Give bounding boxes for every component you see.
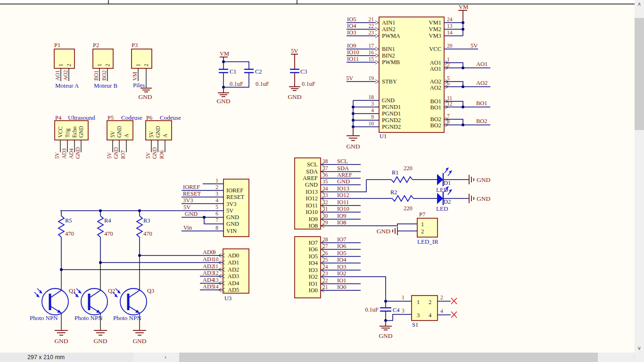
- horizontal-scrollbar[interactable]: 297 x 210 mm ‹ ›: [0, 353, 644, 362]
- svg-text:Trig: Trig: [65, 128, 71, 138]
- svg-text:IO9: IO9: [309, 216, 318, 222]
- vertical-scroll-thumb[interactable]: [635, 18, 644, 130]
- horizontal-scroll-thumb[interactable]: [179, 353, 598, 362]
- svg-text:SCL: SCL: [337, 158, 348, 165]
- svg-text:IO9: IO9: [337, 213, 346, 219]
- svg-text:AIN2: AIN2: [382, 26, 395, 33]
- svg-text:IO6: IO6: [337, 243, 346, 249]
- svg-text:GND: GND: [477, 195, 490, 202]
- svg-text:29: 29: [322, 220, 328, 225]
- svg-text:8: 8: [447, 119, 450, 124]
- svg-text:IO13: IO13: [305, 189, 318, 195]
- scroll-down-button[interactable]: ∨: [635, 344, 644, 353]
- svg-text:IO12: IO12: [337, 192, 349, 198]
- svg-text:13: 13: [213, 277, 219, 283]
- value-r3: 470: [143, 230, 152, 237]
- svg-text:38: 38: [322, 158, 328, 164]
- ref-p2: P2: [93, 42, 99, 49]
- svg-text:IO11: IO11: [347, 56, 359, 62]
- svg-text:5V: 5V: [226, 207, 233, 214]
- svg-text:GND: GND: [346, 143, 360, 150]
- svg-text:BIN2: BIN2: [382, 52, 395, 59]
- svg-text:22: 22: [369, 23, 374, 29]
- ref-d1: D1: [444, 180, 451, 186]
- svg-text:GND: GND: [155, 126, 161, 138]
- svg-text:IOREF: IOREF: [226, 187, 243, 194]
- svg-text:AD5: AD5: [203, 283, 214, 290]
- svg-text:BO1: BO1: [430, 98, 441, 105]
- svg-text:4: 4: [371, 107, 374, 113]
- svg-text:23: 23: [322, 271, 328, 276]
- svg-text:Echo: Echo: [72, 126, 77, 138]
- svg-text:11: 11: [213, 263, 218, 269]
- vertical-scrollbar[interactable]: ∧ ∨: [635, 0, 644, 353]
- svg-text:4: 4: [215, 197, 218, 203]
- value-r5: 470: [65, 230, 74, 237]
- svg-text:17: 17: [369, 43, 374, 49]
- svg-text:3: 3: [402, 308, 405, 313]
- svg-text:AD4: AD4: [68, 148, 74, 159]
- p1-pin1: 1: [58, 64, 64, 66]
- scroll-left-button[interactable]: ‹: [160, 353, 171, 362]
- svg-text:PGND2: PGND2: [382, 123, 401, 130]
- svg-text:AO1: AO1: [430, 59, 441, 66]
- svg-text:GND: GND: [288, 93, 301, 100]
- ref-u3: U3: [224, 295, 231, 302]
- svg-text:14: 14: [447, 30, 453, 35]
- svg-text:12: 12: [447, 101, 453, 107]
- svg-text:34: 34: [322, 186, 328, 191]
- svg-text:36: 36: [322, 172, 328, 178]
- value-c1: 0.1uF: [230, 81, 243, 87]
- p7-body: [417, 218, 438, 237]
- svg-text:AD0: AD0: [203, 249, 214, 255]
- svg-text:GND: GND: [152, 147, 157, 159]
- value-c2: 0.1uF: [256, 81, 269, 87]
- value-c3: 0.1uF: [302, 81, 315, 87]
- value-p5: Codeuse: [121, 114, 142, 121]
- ref-p4: P4: [55, 115, 62, 121]
- scroll-up-button[interactable]: ∧: [635, 0, 644, 8]
- p7-pin1: 1: [421, 221, 424, 228]
- svg-text:AD1: AD1: [203, 256, 214, 263]
- net-label-bo1: BO1: [93, 70, 99, 81]
- svg-text:BO2: BO2: [430, 116, 441, 123]
- svg-text:AD4: AD4: [228, 280, 239, 287]
- net-label-bo2: BO2: [101, 70, 107, 81]
- svg-text:VM2: VM2: [429, 26, 441, 33]
- svg-text:6: 6: [447, 81, 450, 86]
- net-label-ao1: AO1: [55, 70, 60, 81]
- net-label-ao2: AO2: [476, 80, 487, 86]
- svg-text:VIN: VIN: [226, 228, 237, 234]
- svg-text:2: 2: [429, 299, 431, 305]
- svg-text:GND: GND: [113, 147, 119, 159]
- svg-text:IO8: IO8: [337, 219, 346, 226]
- svg-text:IO3: IO3: [337, 263, 346, 270]
- svg-text:BIN1: BIN1: [382, 46, 395, 52]
- svg-text:AIN1: AIN1: [382, 19, 395, 26]
- p2-pin1: 1: [97, 64, 102, 66]
- power-label-vm: VM: [459, 4, 468, 10]
- svg-text:19: 19: [369, 75, 374, 81]
- svg-text:IO7: IO7: [337, 236, 346, 243]
- svg-text:IO10: IO10: [347, 49, 359, 56]
- svg-text:26: 26: [322, 250, 328, 256]
- svg-text:GND: GND: [226, 214, 239, 221]
- svg-text:SDA: SDA: [337, 165, 349, 172]
- svg-text:AD3: AD3: [61, 148, 67, 159]
- sheet-size-label: 297 x 210 mm: [27, 354, 65, 361]
- ref-p5: P5: [107, 115, 114, 121]
- svg-text:AD2: AD2: [228, 266, 239, 273]
- sheet-size-status: 297 x 210 mm: [0, 353, 133, 362]
- svg-text:32: 32: [322, 199, 328, 205]
- svg-text:IO13: IO13: [337, 185, 349, 192]
- svg-text:IO6: IO6: [309, 246, 318, 253]
- p2-pin2: 2: [105, 64, 110, 66]
- svg-text:AD0: AD0: [228, 252, 239, 259]
- net-label-ao1: AO1: [476, 61, 487, 67]
- svg-text:IO3: IO3: [309, 267, 318, 273]
- schematic-canvas[interactable]: P1 1 2 AO1 AO2 Moteur A P2 1 2 BO1 BO2 M…: [0, 0, 635, 353]
- svg-text:RESET: RESET: [183, 190, 201, 197]
- svg-text:BO2: BO2: [430, 122, 441, 129]
- ref-r4: R4: [104, 217, 111, 224]
- svg-text:10: 10: [369, 121, 374, 126]
